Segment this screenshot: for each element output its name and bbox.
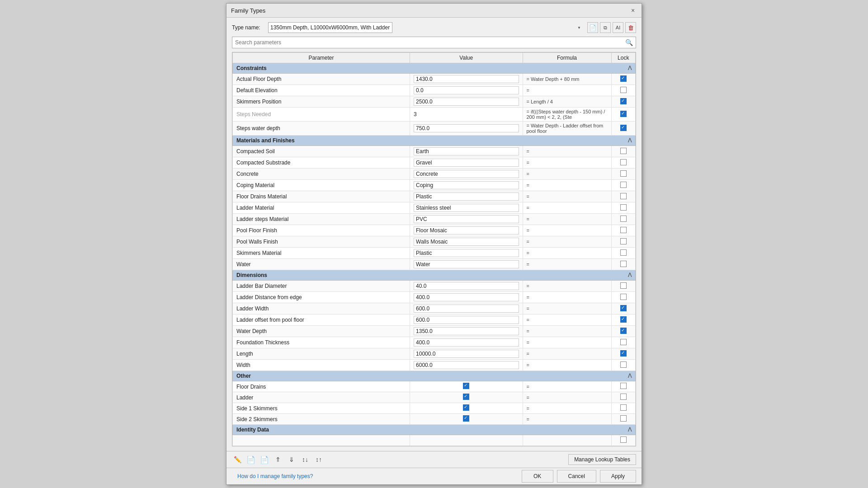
lock-checkbox[interactable] [620,261,627,267]
section-collapse-icon[interactable]: ⋀ [628,137,632,142]
search-input[interactable] [235,39,625,46]
lock-checkbox[interactable] [620,125,627,131]
value-input[interactable] [414,159,519,167]
value-cell[interactable] [410,314,523,326]
section-collapse-icon[interactable]: ⋀ [628,65,632,70]
value-cell[interactable] [410,74,523,85]
value-input[interactable] [414,338,519,347]
lock-checkbox[interactable] [620,394,627,400]
value-input[interactable] [414,124,519,132]
value-input[interactable] [414,181,519,189]
lock-checkbox[interactable] [620,87,627,93]
value-input[interactable] [414,238,519,246]
value-input[interactable] [414,249,519,257]
value-cell[interactable] [410,292,523,303]
section-collapse-icon[interactable]: ⋀ [628,272,632,277]
delete-param-button[interactable]: 📄 [259,454,270,465]
section-collapse-icon[interactable]: ⋀ [628,427,632,432]
value-input[interactable] [414,170,519,178]
value-input[interactable] [414,215,519,223]
value-input[interactable] [414,204,519,212]
value-cell[interactable] [410,169,523,180]
value-cell[interactable] [410,122,523,136]
lock-checkbox[interactable] [620,170,627,177]
lock-checkbox[interactable] [620,216,627,222]
value-input[interactable] [414,147,519,155]
value-input[interactable] [414,305,519,313]
value-cell[interactable] [410,85,523,96]
value-cell[interactable] [410,191,523,202]
value-cell[interactable] [410,236,523,248]
move-down-group-button[interactable]: ⇓ [286,454,297,465]
value-cell[interactable] [410,157,523,169]
value-input[interactable] [414,350,519,358]
lock-checkbox[interactable] [620,98,627,104]
lock-checkbox[interactable] [620,148,627,154]
value-cell[interactable] [410,259,523,270]
value-cell[interactable] [410,337,523,348]
lock-checkbox[interactable] [620,404,627,411]
sort-za-button[interactable]: ↕↑ [313,454,324,465]
lock-checkbox[interactable] [620,436,627,443]
value-cell[interactable] [410,96,523,108]
value-cell[interactable] [410,225,523,236]
lock-checkbox[interactable] [620,282,627,289]
new-param-button[interactable]: 📄 [245,454,256,465]
new-family-type-button[interactable]: 📄 [587,22,598,33]
lock-checkbox[interactable] [620,204,627,211]
lock-checkbox[interactable] [620,415,627,422]
value-cell[interactable] [410,326,523,337]
value-cell[interactable] [410,214,523,225]
value-cell[interactable] [410,348,523,360]
move-up-group-button[interactable]: ⇑ [273,454,283,465]
lock-checkbox[interactable] [620,316,627,323]
lock-checkbox[interactable] [620,361,627,368]
lock-checkbox[interactable] [620,328,627,334]
value-input[interactable] [414,361,519,369]
lock-checkbox[interactable] [620,305,627,311]
value-input[interactable] [414,98,519,106]
lock-checkbox[interactable] [620,75,627,82]
lock-checkbox[interactable] [620,294,627,300]
value-input[interactable] [414,293,519,301]
value-input[interactable] [414,316,519,324]
lock-checkbox[interactable] [620,111,627,117]
value-input[interactable] [414,75,519,83]
lock-checkbox[interactable] [620,350,627,357]
value-cell[interactable] [410,281,523,292]
apply-button[interactable]: Apply [600,470,636,483]
lock-checkbox[interactable] [620,339,627,345]
cancel-button[interactable]: Cancel [557,470,596,483]
value-input[interactable] [414,192,519,201]
help-link[interactable]: How do I manage family types? [232,471,318,481]
value-input[interactable] [414,282,519,290]
value-input[interactable] [414,260,519,268]
manage-lookup-tables-button[interactable]: Manage Lookup Tables [568,454,636,465]
lock-checkbox[interactable] [620,249,627,256]
value-cell[interactable] [410,248,523,259]
lock-checkbox[interactable] [620,193,627,199]
value-input[interactable] [414,86,519,94]
sort-az-button[interactable]: ↕↓ [300,454,311,465]
lock-checkbox[interactable] [620,227,627,233]
duplicate-family-type-button[interactable]: ⧉ [600,22,611,33]
value-cell[interactable] [410,303,523,314]
lock-checkbox[interactable] [620,159,627,165]
edit-param-button[interactable]: ✏️ [232,454,243,465]
lock-checkbox[interactable] [620,383,627,389]
lock-checkbox[interactable] [620,182,627,188]
value-cell[interactable] [410,202,523,214]
value-cell[interactable] [410,180,523,191]
value-input[interactable] [414,327,519,335]
checkbox[interactable] [463,404,469,411]
value-cell[interactable] [410,360,523,371]
ok-button[interactable]: OK [522,470,553,483]
type-name-select[interactable]: 1350mm Depth, L10000xW6000mm, With Ladde… [268,22,392,33]
close-button[interactable]: × [629,6,637,14]
section-collapse-icon[interactable]: ⋀ [628,373,632,378]
delete-family-type-button[interactable]: 🗑 [625,22,636,33]
checkbox[interactable] [463,383,469,389]
value-cell[interactable] [410,146,523,157]
lock-checkbox[interactable] [620,238,627,244]
checkbox[interactable] [463,415,469,422]
